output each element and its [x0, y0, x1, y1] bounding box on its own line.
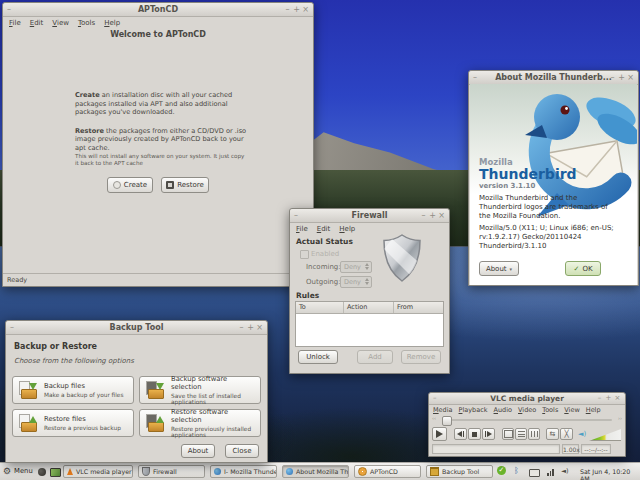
window-aptoncd: – APTonCD –+× File Edit View Tools Help …: [2, 2, 314, 287]
ok-button[interactable]: ✓ OK: [565, 261, 601, 276]
menu-edit[interactable]: Edit: [317, 225, 331, 233]
backup-software-button[interactable]: Backup software selectionSave the list o…: [139, 376, 261, 404]
vlc-titlebar[interactable]: – VLC media player –+×: [429, 393, 625, 405]
previous-button[interactable]: [454, 428, 467, 440]
workspace-icon[interactable]: [50, 468, 61, 477]
backup-files-icon: [18, 381, 38, 399]
taskbar-button-backup-tool[interactable]: Backup Tool: [426, 465, 493, 478]
menu-file[interactable]: File: [296, 225, 308, 233]
taskbar-button-about-thunderbird[interactable]: About Mozilla Th...: [282, 465, 349, 478]
maximize-icon[interactable]: +: [246, 321, 255, 334]
vlc-title: VLC media player: [490, 394, 564, 403]
backup-titlebar[interactable]: – Backup Tool –+×: [6, 321, 267, 335]
play-button[interactable]: [432, 427, 447, 441]
incoming-select[interactable]: Deny: [340, 261, 372, 273]
about-button[interactable]: About: [181, 444, 215, 458]
stop-button[interactable]: [468, 428, 481, 440]
network-signal-icon[interactable]: [547, 469, 554, 476]
minimize-icon[interactable]: –: [595, 393, 604, 404]
window-menu-icon[interactable]: –: [10, 321, 14, 334]
next-button[interactable]: [482, 428, 495, 440]
maximize-icon[interactable]: +: [428, 209, 437, 222]
playback-rate[interactable]: 1.00x: [562, 444, 579, 454]
close-icon[interactable]: ×: [301, 3, 310, 16]
minimize-icon[interactable]: –: [419, 209, 428, 222]
equalizer-button[interactable]: [528, 428, 540, 440]
menu-media[interactable]: Media: [433, 406, 453, 414]
remove-button[interactable]: Remove: [401, 350, 441, 364]
window-menu-icon[interactable]: –: [473, 71, 477, 84]
backup-files-button[interactable]: Backup filesMake a backup of your files: [12, 376, 134, 404]
menu-view[interactable]: View: [564, 406, 579, 414]
close-button[interactable]: Close: [225, 444, 259, 458]
seek-slider[interactable]: [442, 419, 612, 421]
time-display[interactable]: --:--/--:--: [581, 444, 611, 454]
shuffle-icon: ╳: [564, 431, 568, 438]
loop-button[interactable]: ⇆: [546, 428, 559, 440]
column-from[interactable]: From: [394, 302, 443, 313]
keyboard-icon[interactable]: [529, 469, 540, 477]
maximize-icon[interactable]: +: [617, 71, 626, 84]
close-icon[interactable]: ×: [255, 321, 264, 334]
trademark-text: Mozilla Thunderbird and the Thunderbird …: [479, 194, 609, 221]
close-icon[interactable]: ×: [613, 393, 622, 404]
window-menu-icon[interactable]: –: [7, 3, 11, 16]
play-icon: [436, 430, 443, 438]
seek-handle[interactable]: [442, 416, 452, 426]
menu-help[interactable]: Help: [104, 19, 120, 27]
column-action[interactable]: Action: [344, 302, 394, 313]
thunderbird-title: About Mozilla Thunderb...: [495, 73, 612, 82]
window-menu-icon[interactable]: –: [433, 393, 437, 404]
menu-tools[interactable]: Tools: [78, 19, 95, 27]
aptoncd-description: Create an installation disc with all you…: [75, 91, 247, 167]
firewall-titlebar[interactable]: – Firewall –+×: [290, 209, 449, 223]
close-icon[interactable]: ×: [626, 71, 635, 84]
menu-file[interactable]: File: [9, 19, 21, 27]
menu-help[interactable]: Help: [339, 225, 355, 233]
taskbar-button-firewall[interactable]: Firewall: [138, 465, 205, 478]
add-button[interactable]: Add: [357, 350, 393, 364]
aptoncd-menubar: File Edit View Tools Help: [3, 17, 313, 28]
volume-tray-icon[interactable]: ◄): [561, 467, 569, 475]
taskbar-button-thunderbird[interactable]: I- Mozilla Thunde...: [210, 465, 277, 478]
unlock-button[interactable]: Unlock: [298, 350, 338, 364]
thunderbird-titlebar[interactable]: – About Mozilla Thunderb... –+×: [469, 71, 638, 85]
restore-software-button[interactable]: Restore software selectionRestore previo…: [139, 409, 261, 437]
menu-video[interactable]: Video: [518, 406, 536, 414]
rules-table[interactable]: To Action From: [295, 301, 444, 347]
minimize-icon[interactable]: –: [283, 3, 292, 16]
taskbar-button-aptoncd[interactable]: APTonCD: [354, 465, 421, 478]
column-to[interactable]: To: [296, 302, 344, 313]
menu-help[interactable]: Help: [586, 406, 601, 414]
menu-tools[interactable]: Tools: [542, 406, 558, 414]
menu-playback[interactable]: Playback: [459, 406, 488, 414]
restore-files-button[interactable]: Restore filesRestore a previous backup: [12, 409, 134, 437]
outgoing-select[interactable]: Deny: [340, 276, 372, 288]
fullscreen-button[interactable]: [502, 428, 514, 440]
enabled-checkbox[interactable]: [300, 250, 309, 259]
volume-slider[interactable]: [589, 429, 621, 441]
maximize-icon[interactable]: +: [292, 3, 301, 16]
taskbar-clock[interactable]: Sat Jun 4, 10:20 AM: [580, 468, 640, 480]
playlist-button[interactable]: [515, 428, 527, 440]
close-icon[interactable]: ×: [437, 209, 446, 222]
aptoncd-titlebar[interactable]: – APTonCD –+×: [3, 3, 313, 17]
maximize-icon[interactable]: +: [604, 393, 613, 404]
fullscreen-icon: [504, 430, 513, 438]
random-button[interactable]: ╳: [560, 428, 573, 440]
menu-button[interactable]: ⚙ Menu: [3, 465, 33, 477]
menu-edit[interactable]: Edit: [30, 19, 44, 27]
about-dropdown-button[interactable]: About ▾: [479, 261, 519, 276]
window-menu-icon[interactable]: –: [294, 209, 298, 222]
bluetooth-icon[interactable]: ᛒ: [514, 466, 519, 475]
menu-view[interactable]: View: [52, 19, 69, 27]
menu-audio[interactable]: Audio: [494, 406, 512, 414]
show-desktop-icon[interactable]: [38, 468, 46, 476]
restore-button[interactable]: Restore: [161, 177, 209, 193]
firewall-menubar: File Edit Help: [290, 223, 449, 234]
taskbar-button-vlc[interactable]: VLC media player: [63, 465, 133, 478]
tray-update-icon[interactable]: ✓: [497, 466, 506, 475]
create-button[interactable]: Create: [107, 177, 153, 193]
minimize-icon[interactable]: –: [608, 71, 617, 84]
minimize-icon[interactable]: –: [237, 321, 246, 334]
